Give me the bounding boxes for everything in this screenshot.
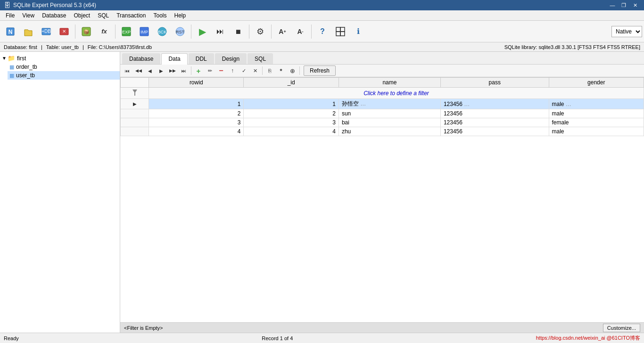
cell-pass-2[interactable]: 123456 xyxy=(440,109,549,118)
col-header-pass[interactable]: pass xyxy=(440,78,549,88)
expand-icon: ▼ xyxy=(2,56,7,61)
settings-button[interactable]: ⚙ xyxy=(252,23,269,40)
cell-id-4[interactable]: 4 xyxy=(244,127,339,136)
copy-button[interactable]: ⎘ xyxy=(264,65,275,76)
wildcard-button[interactable]: * xyxy=(276,65,286,76)
new-db-button[interactable]: N xyxy=(2,23,19,40)
table-row[interactable]: ▶ 1 1 孙悟空 … 123456 … male … xyxy=(121,99,644,109)
sidebar-item-first-db[interactable]: ▼ 📁 first xyxy=(0,54,120,63)
filter-row[interactable]: Click here to define a filter xyxy=(121,88,644,99)
toolbar-right: Native xyxy=(611,26,642,37)
col-header-name[interactable]: name xyxy=(339,78,440,88)
cell-gender-4[interactable]: male xyxy=(549,127,644,136)
stop-button[interactable]: ⏹ xyxy=(230,23,247,40)
first-record-button[interactable]: ⏮ xyxy=(122,65,132,76)
cell-id-2[interactable]: 2 xyxy=(244,109,339,118)
col-header-id[interactable]: _id xyxy=(244,78,339,88)
dt-sep-3 xyxy=(299,66,300,75)
tab-data[interactable]: Data xyxy=(161,53,187,65)
delete-row-button[interactable]: − xyxy=(216,65,226,76)
col-header-gender[interactable]: gender xyxy=(549,78,644,88)
open-db-button[interactable] xyxy=(20,23,37,40)
cell-rowid-3[interactable]: 3 xyxy=(149,118,244,127)
close-button[interactable]: ✕ xyxy=(630,1,640,9)
cell-pass-4[interactable]: 123456 xyxy=(440,127,549,136)
cell-pass-1[interactable]: 123456 … xyxy=(440,99,549,109)
filter-bar: <Filter is Empty> Customize... xyxy=(120,322,644,333)
col-header-rowid[interactable]: rowid xyxy=(149,78,244,88)
cell-rowid-4[interactable]: 4 xyxy=(149,127,244,136)
filter-text[interactable]: Click here to define a filter xyxy=(149,88,644,99)
maximize-button[interactable]: ❐ xyxy=(619,1,629,9)
minimize-button[interactable]: — xyxy=(607,1,618,9)
row-indicator-header xyxy=(121,78,149,88)
menu-view[interactable]: View xyxy=(18,11,38,20)
db-status-bar: Database: first | Table: user_tb | File:… xyxy=(0,42,644,52)
dt-sep-1 xyxy=(191,66,191,75)
cancel-up-button[interactable]: ↑ xyxy=(227,65,238,76)
tab-ddl[interactable]: DDL xyxy=(189,53,214,64)
tab-database[interactable]: Database xyxy=(122,53,160,64)
svg-rect-18 xyxy=(336,32,340,36)
font-decrease-button[interactable]: A- xyxy=(292,23,309,40)
svg-text:📦: 📦 xyxy=(83,29,90,35)
menu-object[interactable]: Object xyxy=(70,11,94,20)
toolbar-sep-2 xyxy=(115,24,116,39)
native-select[interactable]: Native xyxy=(611,26,642,37)
sidebar: ▼ 📁 first ▦ order_tb ▦ user_tb xyxy=(0,52,120,333)
menu-tools[interactable]: Tools xyxy=(149,11,170,20)
refresh-button[interactable]: Refresh xyxy=(304,65,336,76)
cell-id-1[interactable]: 1 xyxy=(244,99,339,109)
add-db-button[interactable]: +DB xyxy=(38,23,55,40)
edit-row-button[interactable]: ✏ xyxy=(205,65,215,76)
import-button[interactable]: IMP xyxy=(136,23,153,40)
menu-file[interactable]: File xyxy=(2,11,18,20)
next-page-button[interactable]: ▶▶ xyxy=(167,65,178,76)
discard-button[interactable]: ✕ xyxy=(250,65,260,76)
cell-rowid-2[interactable]: 2 xyxy=(149,109,244,118)
sidebar-label-order-tb: order_tb xyxy=(16,64,37,70)
formula-button[interactable]: fx xyxy=(96,23,113,40)
play-button[interactable]: ▶ xyxy=(194,23,211,40)
info-button[interactable]: ℹ xyxy=(350,23,367,40)
table-row[interactable]: 3 3 bai 123456 female xyxy=(121,118,644,127)
tab-sql[interactable]: SQL xyxy=(248,53,273,64)
cell-gender-2[interactable]: male xyxy=(549,109,644,118)
cell-name-2[interactable]: sun xyxy=(339,109,440,118)
confirm-button[interactable]: ✓ xyxy=(239,65,249,76)
last-record-button[interactable]: ⏭ xyxy=(179,65,189,76)
backup-button[interactable]: BCK xyxy=(154,23,171,40)
cell-id-3[interactable]: 3 xyxy=(244,118,339,127)
cell-name-1[interactable]: 孙悟空 … xyxy=(339,99,440,109)
menu-database[interactable]: Database xyxy=(38,11,70,20)
prev-page-button[interactable]: ◀◀ xyxy=(133,65,144,76)
close-db-button[interactable]: ✕ xyxy=(56,23,73,40)
prev-record-button[interactable]: ◀ xyxy=(145,65,155,76)
cell-name-3[interactable]: bai xyxy=(339,118,440,127)
cell-name-4[interactable]: zhu xyxy=(339,127,440,136)
customize-button[interactable]: Customize... xyxy=(603,324,640,332)
panel-button[interactable] xyxy=(332,23,349,40)
compact-button[interactable]: 📦 xyxy=(78,23,95,40)
menu-help[interactable]: Help xyxy=(170,11,190,20)
table-row[interactable]: 2 2 sun 123456 male xyxy=(121,109,644,118)
cell-gender-1[interactable]: male … xyxy=(549,99,644,109)
export-button[interactable]: EXP xyxy=(118,23,135,40)
sidebar-item-user-tb[interactable]: ▦ user_tb xyxy=(8,71,120,80)
tab-design[interactable]: Design xyxy=(215,53,247,64)
font-increase-button[interactable]: A+ xyxy=(274,23,291,40)
cell-pass-3[interactable]: 123456 xyxy=(440,118,549,127)
svg-text:✕: ✕ xyxy=(62,29,66,34)
restore-button[interactable]: RST xyxy=(172,23,189,40)
cell-rowid-1[interactable]: 1 xyxy=(149,99,244,109)
help-button[interactable]: ? xyxy=(314,23,331,40)
menu-sql[interactable]: SQL xyxy=(94,11,113,20)
table-row[interactable]: 4 4 zhu 123456 male xyxy=(121,127,644,136)
sidebar-item-order-tb[interactable]: ▦ order_tb xyxy=(8,63,120,71)
add-row-button[interactable]: + xyxy=(193,65,204,76)
step-button[interactable]: ⏭ xyxy=(212,23,229,40)
cell-gender-3[interactable]: female xyxy=(549,118,644,127)
extra-button[interactable]: ⊕ xyxy=(287,65,297,76)
menu-transaction[interactable]: Transaction xyxy=(113,11,149,20)
next-record-button[interactable]: ▶ xyxy=(156,65,166,76)
